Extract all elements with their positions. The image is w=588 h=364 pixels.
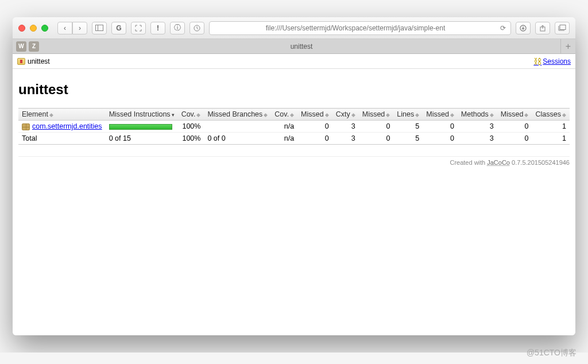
cell-classes: 1 bbox=[532, 121, 570, 133]
share-button[interactable] bbox=[535, 22, 550, 34]
col-missed2[interactable]: Missed◆ bbox=[359, 109, 394, 121]
col-cxty[interactable]: Cxty◆ bbox=[332, 109, 359, 121]
cell-cov2: n/a bbox=[271, 121, 297, 133]
col-lines[interactable]: Lines◆ bbox=[393, 109, 423, 121]
sessions-label: Sessions bbox=[543, 57, 571, 65]
cell-missed-instr bbox=[106, 121, 178, 133]
browser-window: ‹ › G ! ⓘ file:///Users/settermjd/Worksp… bbox=[13, 17, 575, 335]
col-cov1[interactable]: Cov.◆ bbox=[178, 109, 204, 121]
page-content: unittest ⛓ Sessions unittest Element◆ Mi… bbox=[13, 54, 575, 335]
jacoco-link[interactable]: JaCoCo bbox=[487, 159, 510, 166]
breadcrumb: unittest bbox=[17, 57, 50, 65]
downloads-button[interactable] bbox=[516, 22, 531, 34]
col-methods[interactable]: Methods◆ bbox=[458, 109, 497, 121]
tab-title: unittest bbox=[42, 42, 560, 51]
tabs-button[interactable] bbox=[555, 22, 570, 34]
cell-methods: 3 bbox=[458, 133, 497, 145]
svg-rect-0 bbox=[96, 25, 103, 31]
cell-cxty: 3 bbox=[332, 133, 359, 145]
clock-button[interactable] bbox=[189, 22, 204, 34]
cell-cov2: n/a bbox=[271, 133, 297, 145]
col-missed3[interactable]: Missed◆ bbox=[423, 109, 458, 121]
table-header-row: Element◆ Missed Instructions▾ Cov.◆ Miss… bbox=[18, 109, 570, 121]
footer-credit: Created with JaCoCo 0.7.5.201505241946 bbox=[18, 156, 570, 166]
cell-missed-instr: 0 of 15 bbox=[106, 133, 178, 145]
tab-bar: W Z unittest + bbox=[13, 39, 575, 54]
cell-missed1: 0 bbox=[297, 133, 332, 145]
report-body: unittest Element◆ Missed Instructions▾ C… bbox=[13, 69, 575, 177]
cell-missed1: 0 bbox=[297, 121, 332, 133]
col-missed-instr[interactable]: Missed Instructions▾ bbox=[106, 109, 178, 121]
close-window-button[interactable] bbox=[18, 25, 25, 32]
table-row-total: Total 0 of 15 100% 0 of 0 n/a 0 3 0 5 0 … bbox=[18, 133, 570, 145]
sidebar-button[interactable] bbox=[92, 22, 107, 34]
url-text: file:///Users/settermjd/Workspace/setter… bbox=[214, 24, 497, 32]
circle-info-button[interactable]: ⓘ bbox=[170, 22, 185, 34]
browser-toolbar: ‹ › G ! ⓘ file:///Users/settermjd/Worksp… bbox=[13, 17, 575, 39]
breadcrumb-current: unittest bbox=[28, 57, 50, 65]
col-element[interactable]: Element◆ bbox=[18, 109, 106, 121]
nav-buttons: ‹ › bbox=[57, 22, 87, 34]
table-row: com.settermjd.entities 100% n/a 0 3 0 5 … bbox=[18, 121, 570, 133]
refresh-icon[interactable]: ⟳ bbox=[500, 24, 506, 32]
svg-rect-5 bbox=[560, 25, 566, 30]
report-icon bbox=[17, 58, 25, 65]
cell-missed2: 0 bbox=[359, 133, 394, 145]
cell-element: com.settermjd.entities bbox=[18, 121, 106, 133]
col-missed4[interactable]: Missed◆ bbox=[497, 109, 532, 121]
cell-lines: 5 bbox=[393, 121, 423, 133]
col-classes[interactable]: Classes◆ bbox=[532, 109, 570, 121]
cell-lines: 5 bbox=[393, 133, 423, 145]
page-title: unittest bbox=[18, 82, 570, 98]
new-tab-button[interactable]: + bbox=[560, 39, 575, 54]
coverage-table: Element◆ Missed Instructions▾ Cov.◆ Miss… bbox=[18, 108, 570, 145]
tab-shortcuts: W Z bbox=[13, 41, 42, 52]
col-missed-branches[interactable]: Missed Branches◆ bbox=[204, 109, 271, 121]
cell-missed4: 0 bbox=[497, 133, 532, 145]
cell-cov1: 100% bbox=[178, 133, 204, 145]
cell-cxty: 3 bbox=[332, 121, 359, 133]
tab-shortcut-w[interactable]: W bbox=[16, 41, 26, 52]
info-button[interactable]: ! bbox=[150, 22, 165, 34]
minimize-window-button[interactable] bbox=[30, 25, 37, 32]
watermark: @51CTO博客 bbox=[527, 348, 577, 353]
traffic-lights bbox=[18, 25, 48, 32]
cell-classes: 1 bbox=[532, 133, 570, 145]
cell-element: Total bbox=[18, 133, 106, 145]
expand-button[interactable] bbox=[131, 22, 146, 34]
cell-missed-branches: 0 of 0 bbox=[204, 133, 271, 145]
back-button[interactable]: ‹ bbox=[57, 22, 72, 34]
col-missed1[interactable]: Missed◆ bbox=[297, 109, 332, 121]
reload-toolbar-button[interactable]: G bbox=[111, 22, 126, 34]
forward-button[interactable]: › bbox=[72, 22, 87, 34]
url-bar[interactable]: file:///Users/settermjd/Workspace/setter… bbox=[209, 21, 511, 35]
package-link[interactable]: com.settermjd.entities bbox=[32, 122, 102, 130]
col-cov2[interactable]: Cov.◆ bbox=[271, 109, 297, 121]
coverage-bar bbox=[109, 124, 172, 130]
package-icon bbox=[22, 123, 30, 130]
maximize-window-button[interactable] bbox=[41, 25, 48, 32]
breadcrumb-bar: unittest ⛓ Sessions bbox=[13, 54, 575, 69]
cell-cov1: 100% bbox=[178, 121, 204, 133]
cell-missed3: 0 bbox=[423, 133, 458, 145]
cell-missed2: 0 bbox=[359, 121, 394, 133]
sessions-icon: ⛓ bbox=[533, 57, 541, 66]
tab-shortcut-z[interactable]: Z bbox=[29, 41, 39, 52]
cell-missed-branches bbox=[204, 121, 271, 133]
cell-missed3: 0 bbox=[423, 121, 458, 133]
cell-methods: 3 bbox=[458, 121, 497, 133]
sessions-link[interactable]: ⛓ Sessions bbox=[533, 57, 571, 66]
cell-missed4: 0 bbox=[497, 121, 532, 133]
